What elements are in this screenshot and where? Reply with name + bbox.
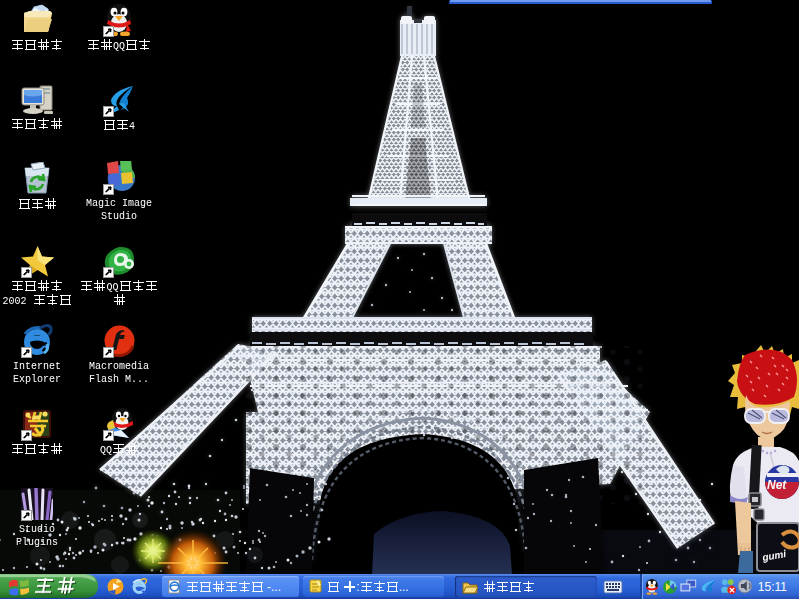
svg-text:Net: Net [767, 478, 787, 492]
